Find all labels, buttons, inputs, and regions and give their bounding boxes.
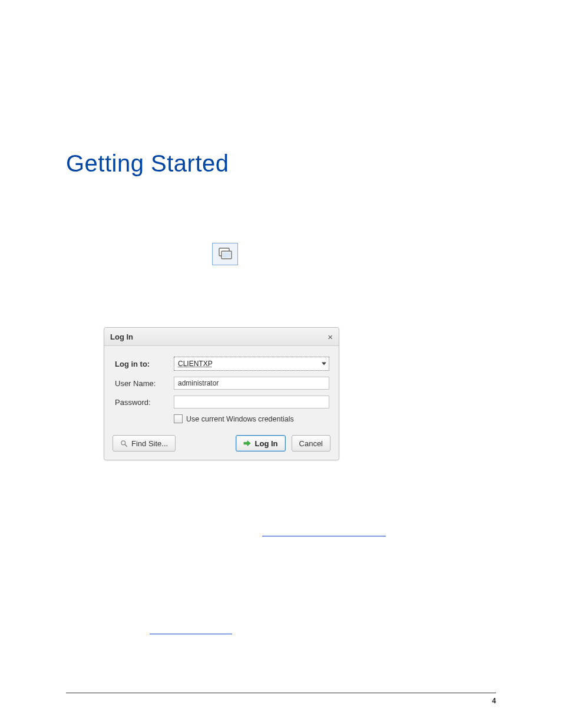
- dialog-titlebar: Log In ×: [104, 328, 339, 346]
- dialog-body: Log in to: CLIENTXP User Name: Password:…: [104, 346, 339, 429]
- chevron-down-icon: [322, 363, 326, 365]
- hyperlink-underline: [262, 536, 386, 536]
- username-label: User Name:: [115, 379, 174, 388]
- page-number: 4: [492, 697, 496, 705]
- find-site-label: Find Site...: [131, 439, 168, 448]
- hyperlink-underline: [150, 634, 232, 634]
- login-to-combo[interactable]: CLIENTXP: [174, 357, 329, 371]
- page-heading: Getting Started: [66, 150, 229, 177]
- dialog-footer: Find Site... Log In Cancel: [104, 429, 339, 460]
- find-site-button[interactable]: Find Site...: [113, 435, 176, 452]
- use-windows-credentials-checkbox[interactable]: [174, 414, 183, 423]
- login-dialog: Log In × Log in to: CLIENTXP User Name: …: [104, 327, 339, 460]
- cancel-button[interactable]: Cancel: [292, 435, 330, 452]
- search-icon: [120, 440, 128, 447]
- password-label: Password:: [115, 398, 174, 407]
- use-windows-credentials-label: Use current Windows credentials: [186, 415, 294, 423]
- username-input[interactable]: [174, 377, 329, 390]
- arrow-right-icon: [243, 440, 252, 447]
- login-to-value: CLIENTXP: [178, 360, 213, 368]
- login-button-label: Log In: [255, 439, 278, 448]
- dialog-title: Log In: [110, 332, 133, 341]
- password-input[interactable]: [174, 396, 329, 409]
- footer-rule: [66, 693, 496, 693]
- close-icon[interactable]: ×: [328, 332, 333, 341]
- svg-line-4: [125, 444, 127, 446]
- svg-rect-2: [223, 252, 230, 258]
- desktop-shortcut-icon: [212, 243, 238, 265]
- login-to-label: Log in to:: [115, 360, 174, 368]
- cancel-button-label: Cancel: [299, 439, 323, 448]
- login-button[interactable]: Log In: [236, 435, 286, 452]
